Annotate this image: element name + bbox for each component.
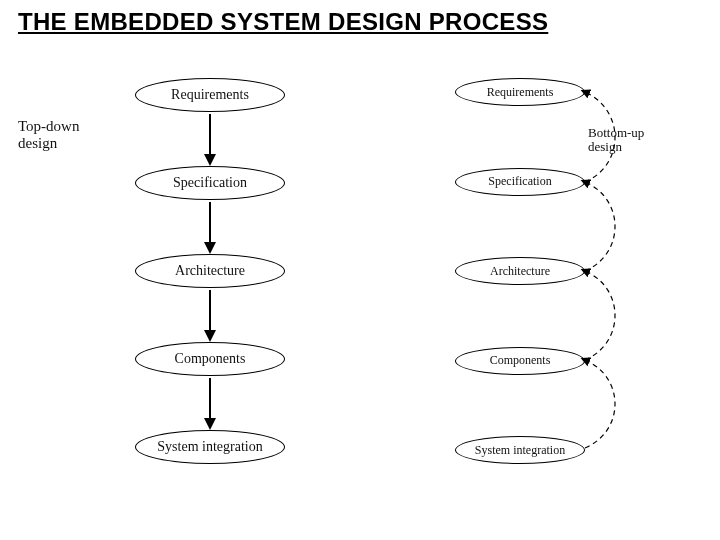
left-flow: Requirements Specification Architecture … <box>60 70 360 470</box>
down-arrow-icon <box>190 112 230 166</box>
left-step-requirements: Requirements <box>135 78 285 112</box>
right-step-requirements: Requirements <box>455 78 585 106</box>
down-arrow-icon <box>190 288 230 342</box>
down-arrow-icon <box>190 200 230 254</box>
svg-marker-5 <box>204 330 216 342</box>
right-step-components: Components <box>455 347 585 375</box>
page-title: THE EMBEDDED SYSTEM DESIGN PROCESS <box>18 8 548 36</box>
down-arrow-icon <box>190 376 230 430</box>
svg-marker-1 <box>204 154 216 166</box>
svg-marker-3 <box>204 242 216 254</box>
right-step-architecture: Architecture <box>455 257 585 285</box>
right-flow-label: Bottom-up design <box>588 126 678 155</box>
left-step-system-integration: System integration <box>135 430 285 464</box>
right-step-system-integration: System integration <box>455 436 585 464</box>
left-flow-label: Top-down design <box>18 118 98 151</box>
svg-marker-7 <box>204 418 216 430</box>
left-step-components: Components <box>135 342 285 376</box>
left-step-architecture: Architecture <box>135 254 285 288</box>
left-step-specification: Specification <box>135 166 285 200</box>
right-step-specification: Specification <box>455 168 585 196</box>
